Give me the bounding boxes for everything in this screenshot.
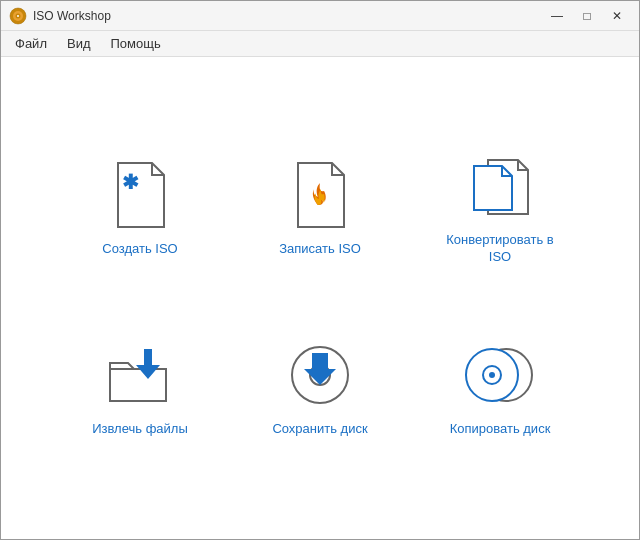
menu-help[interactable]: Помощь [101,33,171,54]
convert-iso-button[interactable]: Конвертировать вISO [420,128,580,288]
convert-iso-icon [464,150,536,222]
window-title: ISO Workshop [33,9,543,23]
copy-disc-button[interactable]: Копировать диск [420,308,580,468]
main-content: ✱ Создать ISO Записать I [1,57,639,539]
burn-iso-icon [284,159,356,231]
feature-grid: ✱ Создать ISO Записать I [60,128,580,468]
save-disc-icon [284,339,356,411]
app-icon [9,7,27,25]
extract-files-label: Извлечь файлы [92,421,188,438]
menu-bar: Файл Вид Помощь [1,31,639,57]
menu-view[interactable]: Вид [57,33,101,54]
burn-iso-label: Записать ISO [279,241,361,258]
svg-point-3 [17,15,19,17]
copy-disc-label: Копировать диск [450,421,551,438]
menu-file[interactable]: Файл [5,33,57,54]
extract-files-button[interactable]: Извлечь файлы [60,308,220,468]
save-disc-label: Сохранить диск [272,421,367,438]
create-iso-icon: ✱ [104,159,176,231]
close-button[interactable]: ✕ [603,6,631,26]
svg-text:✱: ✱ [122,171,139,193]
copy-disc-icon [464,339,536,411]
save-disc-button[interactable]: Сохранить диск [240,308,400,468]
minimize-button[interactable]: — [543,6,571,26]
window-controls: — □ ✕ [543,6,631,26]
burn-iso-button[interactable]: Записать ISO [240,128,400,288]
svg-point-13 [489,372,495,378]
create-iso-label: Создать ISO [102,241,177,258]
convert-iso-label: Конвертировать вISO [446,232,554,266]
app-window: ISO Workshop — □ ✕ Файл Вид Помощь ✱ [0,0,640,540]
title-bar: ISO Workshop — □ ✕ [1,1,639,31]
create-iso-button[interactable]: ✱ Создать ISO [60,128,220,288]
extract-files-icon [104,339,176,411]
maximize-button[interactable]: □ [573,6,601,26]
